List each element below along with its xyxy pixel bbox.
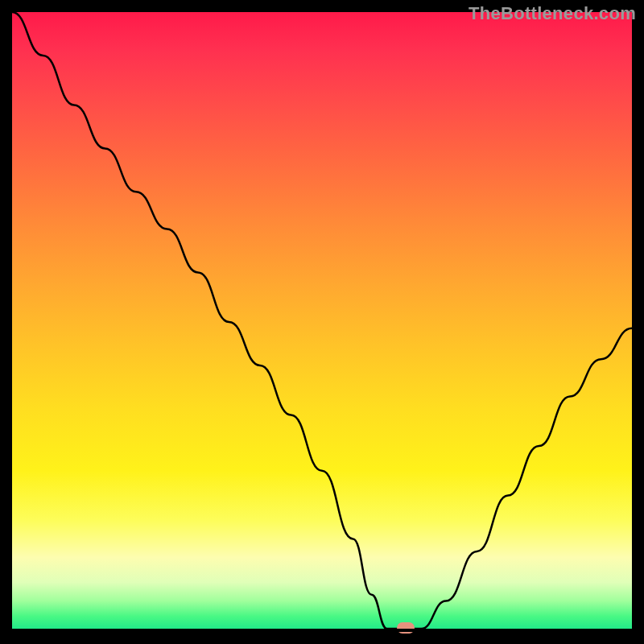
plot-area bbox=[12, 12, 632, 632]
curve-svg bbox=[12, 12, 632, 632]
bottleneck-chart: TheBottleneck.com bbox=[0, 0, 644, 644]
bottleneck-curve-path bbox=[12, 12, 632, 629]
watermark-text: TheBottleneck.com bbox=[469, 3, 636, 24]
x-axis-baseline bbox=[12, 629, 632, 632]
